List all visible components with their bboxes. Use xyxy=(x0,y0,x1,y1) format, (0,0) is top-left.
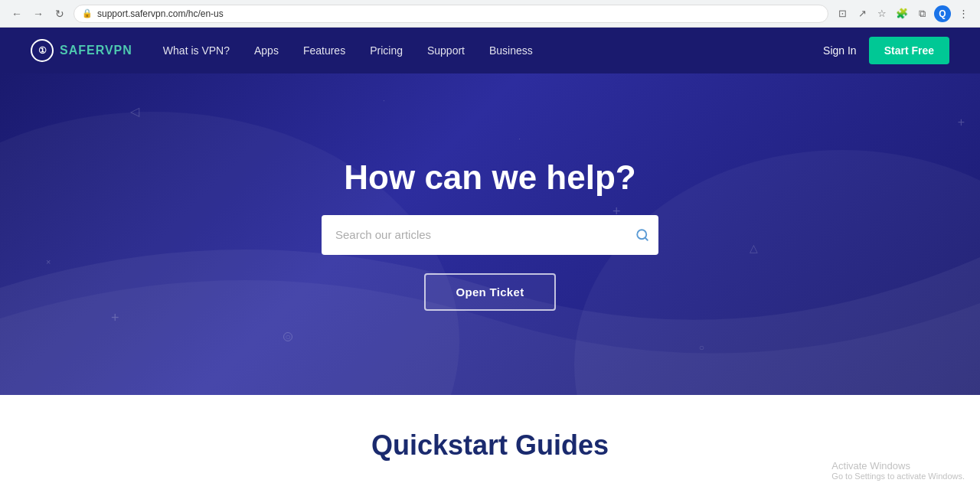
watermark-subtitle: Go to Settings to activate Windows. xyxy=(831,472,965,481)
windows-watermark: Activate Windows Go to Settings to activ… xyxy=(831,460,965,481)
nav-features[interactable]: Features xyxy=(303,44,345,57)
address-bar[interactable]: 🔒 support.safervpn.com/hc/en-us xyxy=(74,5,828,23)
logo[interactable]: ① SAFERVPN xyxy=(31,39,132,62)
watermark-title: Activate Windows xyxy=(831,460,965,472)
bookmark-icon[interactable]: ☆ xyxy=(874,6,890,21)
hero-content: How can we help? Open Ticket xyxy=(322,158,658,311)
user-avatar[interactable]: Q xyxy=(934,5,951,22)
site-wrapper: ① SAFERVPN What is VPN? Apps Features Pr… xyxy=(0,28,980,496)
cast-icon[interactable]: ⊡ xyxy=(835,6,850,21)
search-icon xyxy=(635,228,649,242)
sign-in-button[interactable]: Sign In xyxy=(823,44,857,57)
extensions-icon[interactable]: 🧩 xyxy=(894,6,910,21)
logo-icon: ① xyxy=(31,39,54,62)
search-button[interactable] xyxy=(635,228,649,242)
quickstart-guides-title: Quickstart Guides xyxy=(371,429,609,462)
menu-icon[interactable]: ⋮ xyxy=(956,6,971,21)
nav-links: What is VPN? Apps Features Pricing Suppo… xyxy=(163,44,823,57)
start-free-button[interactable]: Start Free xyxy=(869,37,949,64)
refresh-button[interactable]: ↻ xyxy=(52,6,67,21)
search-input[interactable] xyxy=(322,215,658,255)
below-hero-section: Quickstart Guides Activate Windows Go to… xyxy=(0,395,980,496)
svg-line-3 xyxy=(645,237,647,240)
tab-icon[interactable]: ⧉ xyxy=(914,6,929,21)
navigation: ① SAFERVPN What is VPN? Apps Features Pr… xyxy=(0,28,980,73)
nav-pricing[interactable]: Pricing xyxy=(370,44,403,57)
share-icon[interactable]: ↗ xyxy=(854,6,870,21)
nav-business[interactable]: Business xyxy=(489,44,533,57)
lock-icon: 🔒 xyxy=(82,8,93,18)
browser-actions: ⊡ ↗ ☆ 🧩 ⧉ Q ⋮ xyxy=(835,5,971,22)
hero-section: ◁ + + △ × × + ○ ○ · · How can we help? O… xyxy=(0,73,980,395)
nav-right: Sign In Start Free xyxy=(823,37,949,64)
logo-vpn: VPN xyxy=(105,44,132,57)
open-ticket-button[interactable]: Open Ticket xyxy=(424,273,557,311)
browser-chrome: ← → ↻ 🔒 support.safervpn.com/hc/en-us ⊡ … xyxy=(0,0,980,28)
back-button[interactable]: ← xyxy=(9,6,24,21)
logo-text: SAFERVPN xyxy=(60,44,132,57)
nav-support[interactable]: Support xyxy=(427,44,465,57)
forward-button[interactable]: → xyxy=(31,6,46,21)
search-container xyxy=(322,215,658,255)
nav-apps[interactable]: Apps xyxy=(254,44,279,57)
hero-title: How can we help? xyxy=(344,158,635,197)
nav-what-is-vpn[interactable]: What is VPN? xyxy=(163,44,230,57)
url-text: support.safervpn.com/hc/en-us xyxy=(97,8,224,19)
logo-safer: SAFER xyxy=(60,44,105,57)
